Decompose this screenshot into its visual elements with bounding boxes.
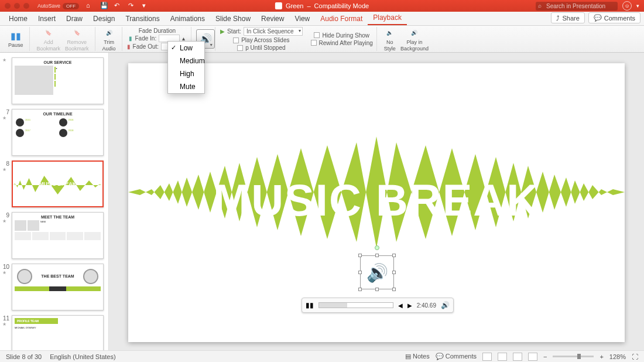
tab-animations[interactable]: Animations bbox=[165, 12, 210, 25]
volume-option-high[interactable]: High bbox=[168, 67, 204, 80]
resize-handle[interactable] bbox=[358, 254, 362, 257]
start-label: Start: bbox=[227, 28, 241, 35]
comments-status-button[interactable]: 💬 Comments bbox=[436, 353, 477, 360]
tab-insert[interactable]: Insert bbox=[33, 12, 61, 25]
start-select[interactable]: In Click Sequence bbox=[244, 27, 303, 36]
resize-handle[interactable] bbox=[392, 288, 396, 291]
player-volume-icon[interactable]: 🔊 bbox=[441, 301, 450, 309]
resize-handle[interactable] bbox=[375, 288, 379, 291]
ribbon-playback: ▮▮ Pause 🔖 Add Bookmark 🔖 Remove Bookmar… bbox=[0, 26, 644, 53]
volume-option-medium[interactable]: Medium bbox=[168, 54, 204, 67]
tab-slideshow[interactable]: Slide Show bbox=[210, 12, 256, 25]
thumbnail-slide-8[interactable]: MUSIC BREAK bbox=[12, 160, 104, 207]
audio-player: ▮▮ ◀ ▶ 2:40.69 🔊 bbox=[302, 298, 454, 313]
tab-design[interactable]: Design bbox=[88, 12, 120, 25]
doc-name: Green bbox=[286, 2, 304, 9]
hide-label: Hide During Show bbox=[322, 32, 369, 39]
fit-to-window-button[interactable]: ⛶ bbox=[632, 353, 638, 360]
thumbnail-slide-6[interactable]: OUR SERVICE● bbox=[12, 57, 104, 104]
document-icon bbox=[275, 2, 282, 9]
current-slide: MUSIC BREAK 🔊 ▮▮ ◀ ▶ 2:40.69 🔊 bbox=[128, 63, 625, 342]
comments-button[interactable]: 💬Comments bbox=[588, 12, 640, 23]
language-indicator[interactable]: English (United States) bbox=[50, 353, 116, 360]
comment-icon: 💬 bbox=[594, 14, 602, 22]
view-reading-button[interactable] bbox=[513, 353, 522, 361]
user-account-icon[interactable]: ☺ bbox=[622, 1, 632, 11]
fade-in-icon: ▮ bbox=[129, 35, 132, 42]
save-icon[interactable]: 💾 bbox=[100, 2, 108, 10]
no-style-icon: 🔈 bbox=[384, 27, 396, 39]
pause-button[interactable]: ▮▮ Pause bbox=[6, 29, 26, 49]
slide-title: MUSIC BREAK bbox=[128, 175, 625, 226]
compatibility-mode: Compatibility Mode bbox=[314, 2, 369, 9]
notes-button[interactable]: ▤ Notes bbox=[405, 353, 430, 360]
play-across-checkbox[interactable] bbox=[233, 37, 239, 43]
tab-view[interactable]: View bbox=[289, 12, 315, 25]
fade-out-label: Fade Out: bbox=[133, 43, 159, 50]
bookmark-minus-icon: 🔖 bbox=[71, 27, 83, 39]
audio-object[interactable]: 🔊 bbox=[360, 255, 394, 289]
play-across-label: Play Across Slides bbox=[241, 37, 289, 43]
tab-draw[interactable]: Draw bbox=[61, 12, 88, 25]
view-slideshow-button[interactable] bbox=[528, 353, 537, 361]
thumbnail-slide-9[interactable]: MEET THE TEAMNEW bbox=[12, 212, 104, 259]
zoom-out-button[interactable]: − bbox=[543, 353, 547, 360]
remove-bookmark-button[interactable]: 🔖 Remove Bookmark bbox=[63, 26, 91, 53]
player-progress[interactable] bbox=[318, 302, 393, 308]
resize-handle[interactable] bbox=[375, 254, 379, 257]
zoom-slider[interactable] bbox=[553, 356, 594, 357]
slide-canvas[interactable]: MUSIC BREAK 🔊 ▮▮ ◀ ▶ 2:40.69 🔊 bbox=[109, 53, 644, 350]
zoom-in-button[interactable]: + bbox=[600, 353, 603, 360]
thumbnail-slide-10[interactable]: THE BEST TEAM bbox=[12, 264, 104, 310]
slide-counter: Slide 8 of 30 bbox=[6, 353, 42, 360]
undo-icon[interactable]: ↶ bbox=[114, 2, 122, 10]
resize-handle[interactable] bbox=[392, 254, 396, 257]
fade-out-icon: ▮ bbox=[127, 43, 131, 50]
slide-thumbnail-panel[interactable]: ★ OUR SERVICE● 7★ OUR TIMELINE2015201620… bbox=[0, 53, 109, 350]
trim-audio-button[interactable]: 🔊 Trim Audio bbox=[100, 26, 118, 53]
ribbon-tabs: Home Insert Draw Design Transitions Anim… bbox=[0, 12, 644, 26]
thumbnail-slide-7[interactable]: OUR TIMELINE2015201620172018 bbox=[12, 109, 104, 156]
autosave-toggle[interactable]: AutoSave OFF bbox=[37, 3, 79, 9]
bookmark-plus-icon: 🔖 bbox=[43, 27, 54, 39]
share-icon: ⤴ bbox=[556, 15, 560, 22]
add-bookmark-button[interactable]: 🔖 Add Bookmark bbox=[35, 26, 63, 53]
player-prev-button[interactable]: ◀ bbox=[398, 302, 403, 309]
autosave-state: OFF bbox=[63, 3, 79, 9]
tab-review[interactable]: Review bbox=[256, 12, 289, 25]
view-normal-button[interactable] bbox=[482, 353, 492, 361]
tab-home[interactable]: Home bbox=[4, 12, 33, 25]
fade-duration-label: Fade Duration bbox=[139, 28, 176, 34]
speaker-icon: 🔊 bbox=[366, 262, 388, 283]
resize-handle[interactable] bbox=[358, 288, 362, 291]
autosave-label: AutoSave bbox=[37, 3, 60, 9]
search-input[interactable]: Search in Presentation bbox=[536, 2, 618, 11]
tab-audio-format[interactable]: Audio Format bbox=[315, 12, 368, 25]
redo-icon[interactable]: ↷ bbox=[128, 2, 136, 10]
home-icon[interactable]: ⌂ bbox=[86, 2, 94, 10]
view-sorter-button[interactable] bbox=[498, 353, 507, 361]
no-style-button[interactable]: 🔈 No Style bbox=[382, 26, 398, 53]
resize-handle[interactable] bbox=[392, 271, 396, 274]
rotate-handle[interactable] bbox=[375, 245, 379, 250]
loop-label: p Until Stopped bbox=[245, 45, 285, 51]
volume-option-mute[interactable]: Mute bbox=[168, 80, 204, 93]
traffic-lights[interactable] bbox=[0, 3, 29, 9]
pause-icon: ▮▮ bbox=[10, 30, 22, 42]
resize-handle[interactable] bbox=[358, 271, 362, 274]
ribbon-collapse-icon[interactable]: ▾ bbox=[636, 3, 639, 9]
trim-audio-icon: 🔊 bbox=[103, 27, 115, 39]
share-button[interactable]: ⤴Share bbox=[551, 12, 584, 23]
hide-checkbox[interactable] bbox=[314, 32, 320, 38]
tab-transitions[interactable]: Transitions bbox=[120, 12, 165, 25]
rewind-checkbox[interactable] bbox=[311, 40, 317, 46]
thumbnail-slide-11[interactable]: PROFILE TEAMMICHAEL DOWNEY bbox=[12, 315, 104, 350]
tab-playback[interactable]: Playback bbox=[368, 11, 407, 25]
player-pause-button[interactable]: ▮▮ bbox=[306, 301, 314, 309]
play-in-background-button[interactable]: 🔊 Play in Background bbox=[398, 26, 431, 53]
volume-option-low[interactable]: Low bbox=[168, 42, 204, 54]
loop-checkbox[interactable] bbox=[237, 45, 243, 51]
customize-qat-icon[interactable]: ▾ bbox=[142, 2, 150, 10]
player-next-button[interactable]: ▶ bbox=[407, 302, 412, 309]
zoom-percent[interactable]: 128% bbox=[609, 353, 626, 360]
